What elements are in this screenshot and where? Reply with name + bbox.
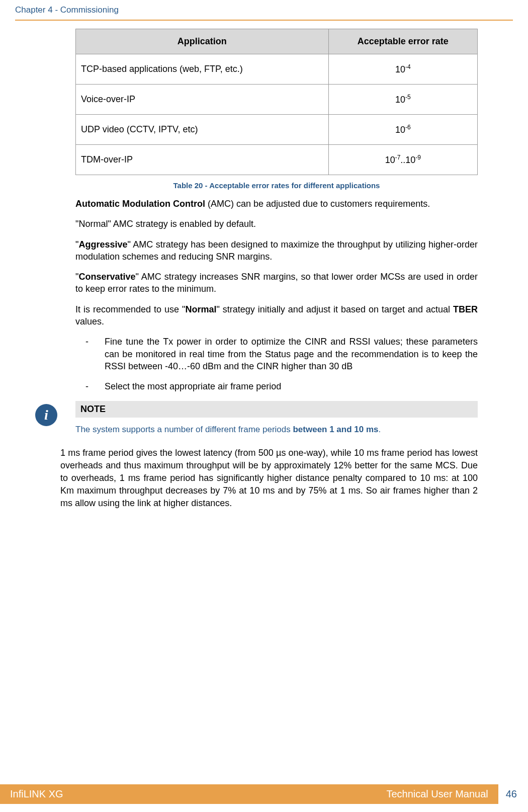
paragraph-conservative: "Conservative" AMC strategy increases SN…: [75, 271, 478, 295]
paragraph-amc-intro: Automatic Modulation Control (AMC) can b…: [75, 198, 478, 210]
info-icon: i: [35, 404, 57, 426]
cell-rate: 10-6: [328, 115, 477, 145]
list-item: Fine tune the Tx power in order to optim…: [85, 336, 478, 372]
note-content: NOTE The system supports a number of dif…: [75, 401, 478, 435]
paragraph-normal: "Normal" AMC strategy is enabled by defa…: [75, 218, 478, 230]
cell-rate: 10-5: [328, 85, 477, 115]
footer-product: InfiLINK XG: [10, 788, 63, 800]
cell-app: TDM-over-IP: [76, 145, 329, 175]
paragraph-aggressive: "Aggressive" AMC strategy has been desig…: [75, 238, 478, 263]
table-row: Voice-over-IP 10-5: [76, 85, 478, 115]
footer-page-number: 46: [506, 788, 528, 800]
list-item: Select the most appropriate air frame pe…: [85, 380, 478, 392]
cell-rate: 10-7..10-9: [328, 145, 477, 175]
cell-app: UDP video (CCTV, IPTV, etc): [76, 115, 329, 145]
bullet-list: Fine tune the Tx power in order to optim…: [85, 336, 478, 392]
table-row: TDM-over-IP 10-7..10-9: [76, 145, 478, 175]
table-row: TCP-based applications (web, FTP, etc.) …: [76, 54, 478, 85]
cell-app: TCP-based applications (web, FTP, etc.): [76, 54, 329, 85]
footer-doc: Technical User Manual: [386, 788, 488, 800]
page-header: Chapter 4 - Commissioning: [0, 0, 528, 18]
table-header-application: Application: [76, 29, 329, 54]
table-caption: Table 20 - Acceptable error rates for di…: [75, 181, 478, 190]
error-rate-table: Application Acceptable error rate TCP-ba…: [75, 29, 478, 175]
chapter-title: Chapter 4 - Commissioning: [15, 5, 119, 15]
note-text: The system supports a number of differen…: [75, 418, 478, 435]
main-content: Application Acceptable error rate TCP-ba…: [0, 21, 528, 510]
cell-app: Voice-over-IP: [76, 85, 329, 115]
note-title: NOTE: [75, 401, 478, 418]
page-footer: InfiLINK XG Technical User Manual 46: [0, 784, 528, 804]
paragraph-frame-period: 1 ms frame period gives the lowest laten…: [60, 447, 478, 510]
table-row: UDP video (CCTV, IPTV, etc) 10-6: [76, 115, 478, 145]
cell-rate: 10-4: [328, 54, 477, 85]
paragraph-recommendation: It is recommended to use "Normal" strate…: [75, 303, 478, 328]
table-header-error-rate: Acceptable error rate: [328, 29, 477, 54]
note-block: i NOTE The system supports a number of d…: [35, 401, 478, 435]
footer-bar: InfiLINK XG Technical User Manual: [0, 784, 498, 804]
